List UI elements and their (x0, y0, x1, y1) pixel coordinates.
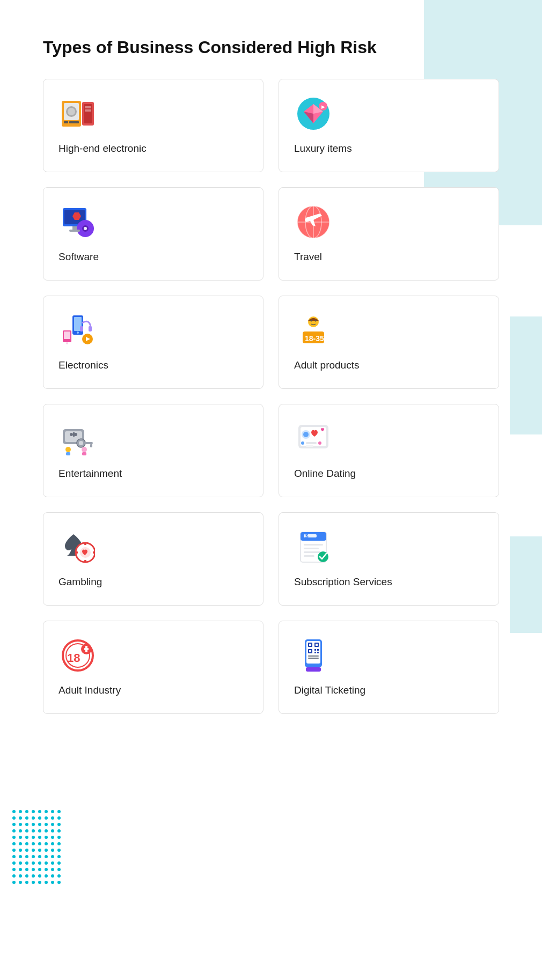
svg-rect-35 (89, 326, 92, 331)
svg-rect-93 (316, 644, 318, 646)
svg-rect-98 (314, 652, 316, 653)
svg-rect-54 (66, 452, 70, 455)
card-entertainment: Entertainment (43, 404, 263, 497)
svg-point-61 (301, 441, 304, 445)
svg-rect-9 (85, 109, 91, 112)
svg-rect-23 (69, 230, 80, 232)
card-gambling: Gambling (43, 512, 263, 606)
card-adult-products: 18-35 Adult products (279, 296, 499, 389)
svg-rect-101 (308, 658, 319, 659)
adult-products-label: Adult products (294, 359, 359, 371)
svg-point-55 (82, 447, 87, 452)
gambling-icon (58, 528, 97, 566)
subscription-services-label: Subscription Services (294, 576, 392, 588)
svg-text:18-35: 18-35 (305, 334, 324, 343)
svg-point-50 (79, 441, 83, 445)
card-online-dating: Online Dating (279, 404, 499, 497)
luxury-items-label: Luxury items (294, 143, 352, 154)
svg-rect-33 (64, 331, 70, 339)
card-adult-industry: 18 + Adult Industry (43, 621, 263, 714)
svg-point-63 (318, 441, 321, 445)
gambling-label: Gambling (58, 576, 102, 588)
entertainment-icon (58, 419, 97, 458)
svg-rect-91 (309, 644, 311, 646)
high-end-electronic-icon (58, 94, 97, 133)
adult-products-icon: 18-35 (294, 311, 333, 350)
online-dating-icon (294, 419, 333, 458)
svg-point-42 (311, 320, 312, 322)
page-title: Types of Business Considered High Risk (43, 38, 499, 57)
svg-point-3 (68, 108, 75, 115)
svg-point-34 (66, 342, 68, 344)
svg-rect-8 (85, 106, 91, 108)
svg-rect-97 (317, 649, 319, 651)
svg-rect-103 (306, 667, 321, 672)
high-end-electronic-label: High-end electronic (58, 143, 147, 154)
digital-ticketing-label: Digital Ticketing (294, 684, 365, 696)
luxury-items-icon: ▶ (294, 94, 333, 133)
svg-rect-56 (82, 452, 86, 455)
svg-point-21 (84, 227, 87, 230)
card-subscription-services: $ Subscription Services (279, 512, 499, 606)
online-dating-label: Online Dating (294, 468, 356, 480)
travel-icon (294, 203, 333, 241)
card-software: Software (43, 187, 263, 281)
svg-rect-5 (69, 121, 79, 123)
travel-label: Travel (294, 251, 322, 263)
electronics-label: Electronics (58, 359, 108, 371)
svg-rect-71 (93, 551, 95, 554)
svg-point-60 (303, 432, 309, 437)
svg-rect-64 (306, 445, 313, 447)
svg-rect-100 (308, 655, 319, 657)
svg-rect-62 (306, 442, 317, 444)
svg-text:$: $ (305, 533, 309, 539)
card-electronics: Electronics (43, 296, 263, 389)
svg-rect-96 (314, 649, 316, 651)
dots-decoration (11, 808, 80, 948)
svg-rect-68 (84, 543, 86, 545)
electronics-icon (58, 311, 97, 350)
card-luxury-items: ▶ Luxury items (279, 79, 499, 172)
svg-rect-22 (72, 226, 77, 230)
svg-rect-78 (304, 551, 321, 553)
svg-rect-70 (76, 551, 78, 554)
svg-text:▶: ▶ (321, 105, 325, 109)
svg-point-31 (77, 331, 79, 334)
adult-industry-icon: 18 + (58, 636, 97, 675)
svg-rect-52 (90, 444, 92, 447)
svg-rect-51 (84, 442, 93, 444)
cards-grid: High-end electronic ▶ Luxury items (43, 79, 499, 714)
svg-point-47 (70, 433, 73, 436)
svg-rect-48 (73, 432, 75, 437)
entertainment-label: Entertainment (58, 468, 122, 480)
card-travel: Travel (279, 187, 499, 281)
svg-rect-99 (317, 652, 319, 653)
subscription-services-icon: $ (294, 528, 333, 566)
card-high-end-electronic: High-end electronic (43, 79, 263, 172)
adult-industry-label: Adult Industry (58, 684, 121, 696)
svg-rect-79 (304, 555, 314, 557)
svg-point-43 (315, 320, 317, 322)
software-icon (58, 203, 97, 241)
svg-rect-77 (304, 548, 319, 549)
svg-rect-87 (85, 646, 87, 652)
svg-rect-76 (304, 544, 323, 546)
svg-rect-36 (80, 326, 83, 331)
svg-rect-4 (64, 121, 68, 123)
software-label: Software (58, 251, 99, 263)
digital-ticketing-icon (294, 636, 333, 675)
svg-rect-95 (309, 650, 311, 652)
svg-point-53 (65, 447, 71, 452)
svg-text:18: 18 (67, 651, 80, 665)
card-digital-ticketing: Digital Ticketing (279, 621, 499, 714)
svg-rect-69 (84, 560, 86, 562)
